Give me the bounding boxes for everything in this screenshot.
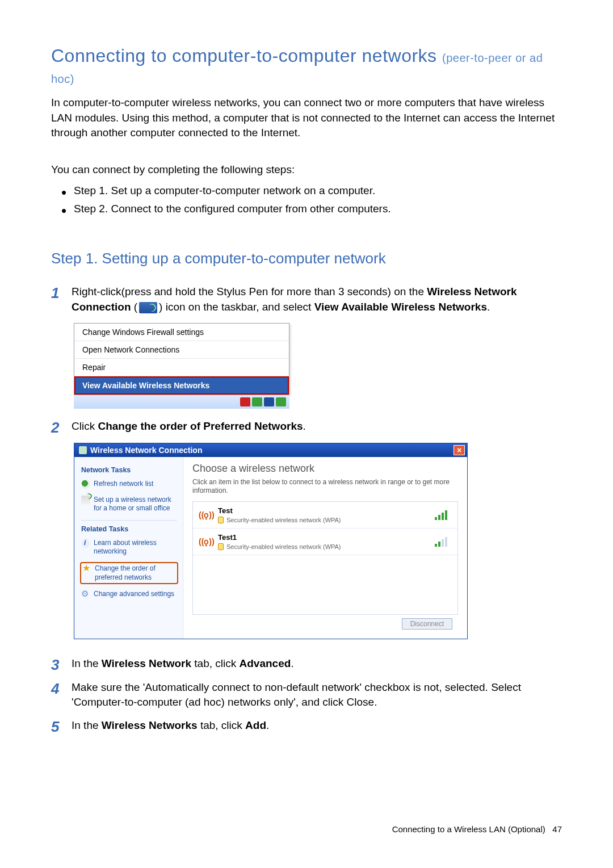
wireless-main: Choose a wireless network Click an item …: [183, 457, 467, 639]
wireless-dialog: Wireless Network Connection × Network Ta…: [74, 443, 468, 639]
instruction-step-1: 1 Right-click(press and hold the Stylus …: [51, 284, 562, 315]
step-body: In the Wireless Networks tab, click Add.: [72, 718, 562, 733]
context-menu-item[interactable]: Change Windows Firewall settings: [74, 324, 289, 341]
overview-item: Step 1. Set up a computer-to-computer ne…: [74, 182, 562, 200]
star-icon: ★: [82, 564, 91, 573]
context-menu-item-view-networks[interactable]: View Available Wireless Networks: [74, 376, 289, 395]
context-menu: Change Windows Firewall settings Open Ne…: [74, 323, 289, 395]
refresh-icon: [81, 480, 90, 489]
step-number: 2: [51, 419, 72, 435]
step-body: In the Wireless Network tab, click Advan…: [72, 656, 562, 672]
sidebar-link-learn[interactable]: Learn about wireless networking: [81, 539, 177, 556]
section-title: Step 1. Setting up a computer-to-compute…: [51, 250, 562, 267]
lock-icon: [218, 543, 224, 550]
tray-icon: [240, 397, 250, 406]
tray-strip: [74, 395, 289, 409]
antenna-icon: ((ǫ)): [199, 537, 212, 546]
lock-icon: [218, 517, 224, 523]
step-body: Right-click(press and hold the Stylus Pe…: [72, 284, 562, 315]
signal-strength-icon: [435, 536, 452, 547]
setup-icon: [81, 496, 90, 505]
overview-list: Step 1. Set up a computer-to-computer ne…: [51, 182, 562, 219]
instruction-step-4: 4 Make sure the 'Automatically connect t…: [51, 680, 562, 710]
instruction-step-2: 2 Click Change the order of Preferred Ne…: [51, 419, 562, 435]
wireless-main-heading: Choose a wireless network: [192, 463, 458, 475]
wireless-sidebar: Network Tasks Refresh network list Set u…: [74, 457, 183, 639]
tray-icon: [252, 397, 262, 406]
wireless-tray-icon: [139, 302, 157, 313]
tray-icon: [276, 397, 286, 406]
wireless-network-list: ((ǫ)) Test Security-enabled wireless net…: [192, 501, 458, 615]
disconnect-button[interactable]: Disconnect: [402, 618, 452, 630]
antenna-icon: [79, 446, 87, 454]
wireless-network-item[interactable]: ((ǫ)) Test Security-enabled wireless net…: [193, 502, 457, 529]
step-body: Click Change the order of Preferred Netw…: [72, 419, 562, 434]
signal-strength-icon: [435, 510, 452, 520]
close-button[interactable]: ×: [454, 445, 465, 455]
step-number: 5: [51, 718, 72, 734]
sidebar-link-refresh[interactable]: Refresh network list: [81, 480, 177, 489]
step-body: Make sure the 'Automatically connect to …: [72, 680, 562, 710]
wireless-dialog-figure: Wireless Network Connection × Network Ta…: [74, 443, 468, 639]
title-main: Connecting to computer-to-computer netwo…: [51, 45, 437, 66]
intro-paragraph: In computer-to-computer wireless network…: [51, 95, 562, 141]
context-menu-figure: Change Windows Firewall settings Open Ne…: [74, 323, 289, 409]
context-menu-item[interactable]: Repair: [74, 359, 289, 376]
wireless-network-item[interactable]: ((ǫ)) Test1 Security-enabled wireless ne…: [193, 529, 457, 555]
sidebar-link-change-order[interactable]: ★ Change the order of preferred networks: [81, 563, 177, 583]
steps-intro: You can connect by completing the follow…: [51, 163, 562, 176]
gears-icon: ⚙: [81, 590, 90, 599]
step-number: 1: [51, 284, 72, 300]
sidebar-header-related-tasks: Related Tasks: [81, 525, 177, 533]
network-name: Test: [218, 506, 429, 515]
tray-icon: [264, 397, 274, 406]
sidebar-link-setup-network[interactable]: Set up a wireless network for a home or …: [81, 496, 177, 513]
step-number: 3: [51, 656, 72, 672]
network-detail: Security-enabled wireless network (WPA): [226, 543, 341, 550]
page-footer: Connecting to a Wireless LAN (Optional) …: [392, 824, 562, 834]
antenna-icon: ((ǫ)): [199, 510, 212, 519]
wireless-dialog-title: Wireless Network Connection: [90, 446, 202, 455]
wireless-main-sub: Click an item in the list below to conne…: [192, 478, 458, 496]
instruction-step-3: 3 In the Wireless Network tab, click Adv…: [51, 656, 562, 672]
page-title: Connecting to computer-to-computer netwo…: [51, 45, 562, 87]
info-icon: [81, 539, 90, 548]
overview-item: Step 2. Connect to the configured comput…: [74, 200, 562, 218]
wireless-dialog-titlebar: Wireless Network Connection ×: [74, 443, 467, 457]
sidebar-link-advanced-settings[interactable]: ⚙ Change advanced settings: [81, 590, 177, 599]
network-detail: Security-enabled wireless network (WPA): [226, 517, 341, 523]
instruction-step-5: 5 In the Wireless Networks tab, click Ad…: [51, 718, 562, 734]
network-name: Test1: [218, 533, 429, 542]
step-number: 4: [51, 680, 72, 696]
context-menu-item[interactable]: Open Network Connections: [74, 341, 289, 359]
sidebar-header-network-tasks: Network Tasks: [81, 466, 177, 474]
